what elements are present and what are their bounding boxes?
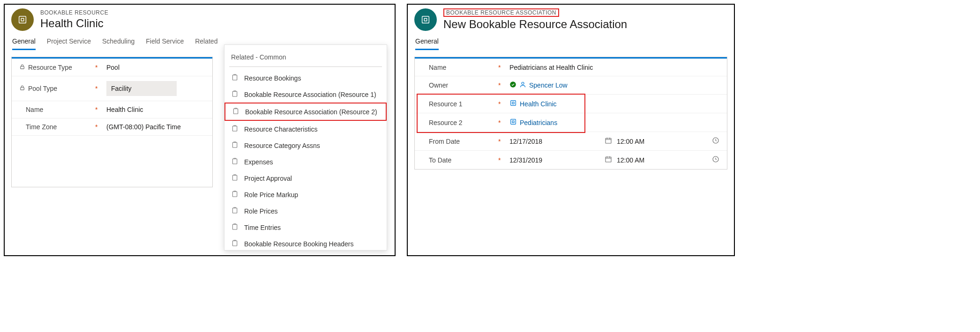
- check-icon: [509, 81, 516, 89]
- calendar-icon[interactable]: [605, 137, 612, 146]
- svg-rect-4: [232, 75, 237, 80]
- related-menu[interactable]: Related - Common Resource BookingsBookab…: [224, 44, 387, 251]
- clipboard-icon: [232, 107, 239, 116]
- entity-title: Health Clinic: [40, 17, 108, 30]
- record-header: BOOKABLE RESOURCE ASSOCIATION New Bookab…: [408, 5, 734, 33]
- resource-type-label: Resource Type: [28, 64, 72, 71]
- form-card: Name * Pediatricians at Health Clinic Ow…: [414, 57, 727, 170]
- form-card: Resource Type * Pool Pool Type * Facilit…: [11, 57, 213, 187]
- required-star: *: [498, 81, 504, 89]
- field-owner[interactable]: Owner * Spencer Low: [415, 76, 727, 94]
- owner-label: Owner: [429, 81, 448, 89]
- svg-rect-1: [21, 18, 24, 21]
- lock-icon: [19, 64, 25, 71]
- related-item[interactable]: Role Prices: [224, 203, 387, 219]
- field-from-date[interactable]: From Date * 12/17/2018 12:00 AM: [415, 132, 727, 150]
- record-header: BOOKABLE RESOURCE Health Clinic: [5, 5, 395, 33]
- svg-rect-14: [232, 241, 237, 246]
- svg-rect-9: [232, 159, 237, 164]
- resource-icon: [509, 118, 517, 127]
- owner-value[interactable]: Spencer Low: [529, 81, 568, 89]
- svg-point-17: [510, 81, 516, 88]
- tab-general[interactable]: General: [415, 37, 439, 50]
- from-time-value[interactable]: 12:00 AM: [617, 138, 644, 145]
- clipboard-icon: [231, 174, 239, 183]
- related-item[interactable]: Resource Category Assns: [224, 137, 387, 154]
- svg-rect-12: [232, 208, 237, 213]
- related-item[interactable]: Time Entries: [224, 219, 387, 236]
- required-star: *: [498, 156, 504, 164]
- field-resource-2[interactable]: Resource 2 * Pediatricians: [415, 113, 727, 132]
- related-item-label: Project Approval: [244, 175, 292, 182]
- related-item-label: Expenses: [244, 158, 273, 166]
- clock-icon[interactable]: [712, 137, 719, 146]
- svg-rect-21: [511, 119, 516, 125]
- field-resource-1[interactable]: Resource 1 * Health Clinic: [415, 94, 727, 113]
- to-time-value[interactable]: 12:00 AM: [617, 156, 644, 164]
- entity-title: New Bookable Resource Association: [443, 18, 627, 31]
- related-item[interactable]: Resource Bookings: [224, 70, 387, 86]
- clock-icon[interactable]: [712, 155, 719, 164]
- svg-rect-7: [232, 126, 237, 131]
- field-time-zone[interactable]: Time Zone * (GMT-08:00) Pacific Time: [12, 118, 212, 135]
- tab-general[interactable]: General: [12, 37, 36, 50]
- to-date-value[interactable]: 12/31/2019: [509, 156, 542, 164]
- bookable-resource-panel: BOOKABLE RESOURCE Health Clinic General …: [4, 4, 396, 256]
- clipboard-icon: [231, 223, 239, 232]
- related-item[interactable]: Resource Characteristics: [224, 121, 387, 137]
- tab-related[interactable]: Related: [195, 37, 217, 50]
- field-pool-type[interactable]: Pool Type * Facility: [12, 76, 212, 101]
- association-icon: [420, 15, 431, 25]
- from-date-value[interactable]: 12/17/2018: [509, 138, 542, 145]
- timezone-value: (GMT-08:00) Pacific Time: [106, 123, 205, 131]
- owner-lookup[interactable]: Spencer Low: [509, 81, 568, 89]
- resource1-value[interactable]: Health Clinic: [520, 100, 557, 108]
- name-label: Name: [26, 106, 43, 113]
- divider: [229, 66, 382, 67]
- related-item[interactable]: Expenses: [224, 154, 387, 170]
- svg-rect-20: [512, 102, 514, 104]
- svg-rect-6: [233, 109, 238, 114]
- field-to-date[interactable]: To Date * 12/31/2019 12:00 AM: [415, 150, 727, 169]
- related-item-label: Resource Bookings: [244, 74, 301, 82]
- tab-scheduling[interactable]: Scheduling: [102, 37, 135, 50]
- resource1-lookup[interactable]: Health Clinic: [509, 99, 557, 108]
- clipboard-icon: [231, 157, 239, 166]
- entity-type-label: BOOKABLE RESOURCE: [40, 9, 108, 16]
- resource2-value[interactable]: Pediatricians: [520, 119, 557, 126]
- related-item[interactable]: Role Price Markup: [224, 186, 387, 203]
- name-value: Pediatricians at Health Clinic: [509, 64, 719, 71]
- entity-type-label: BOOKABLE RESOURCE ASSOCIATION: [443, 8, 559, 17]
- calendar-icon[interactable]: [605, 155, 612, 164]
- svg-rect-3: [21, 88, 24, 90]
- svg-rect-23: [606, 138, 611, 143]
- svg-rect-25: [606, 157, 611, 162]
- svg-rect-15: [422, 16, 429, 23]
- related-item-label: Role Prices: [244, 207, 278, 215]
- related-item[interactable]: Bookable Resource Association (Resource …: [224, 103, 387, 121]
- svg-point-18: [522, 82, 524, 85]
- resource2-lookup[interactable]: Pediatricians: [509, 118, 557, 127]
- resource-icon: [17, 15, 28, 25]
- pool-type-value[interactable]: Facility: [106, 81, 177, 96]
- svg-rect-19: [511, 101, 516, 106]
- entity-avatar: [414, 8, 437, 31]
- related-item[interactable]: Bookable Resource Booking Headers: [224, 236, 387, 251]
- required-star: *: [95, 85, 101, 92]
- resource-icon: [509, 99, 517, 108]
- tab-field-service[interactable]: Field Service: [146, 37, 184, 50]
- tab-project-service[interactable]: Project Service: [47, 37, 91, 50]
- field-name[interactable]: Name * Pediatricians at Health Clinic: [415, 59, 727, 76]
- resource2-label: Resource 2: [429, 119, 463, 126]
- clipboard-icon: [231, 239, 239, 248]
- required-star: *: [498, 138, 504, 145]
- entity-avatar: [11, 8, 34, 31]
- field-name[interactable]: Name * Health Clinic: [12, 101, 212, 118]
- related-item[interactable]: Bookable Resource Association (Resource …: [224, 86, 387, 103]
- clipboard-icon: [231, 190, 239, 199]
- related-section-title: Related - Common: [224, 48, 387, 64]
- svg-rect-2: [21, 66, 24, 69]
- related-item[interactable]: Project Approval: [224, 170, 387, 186]
- field-resource-type[interactable]: Resource Type * Pool: [12, 59, 212, 76]
- required-star: *: [498, 119, 504, 126]
